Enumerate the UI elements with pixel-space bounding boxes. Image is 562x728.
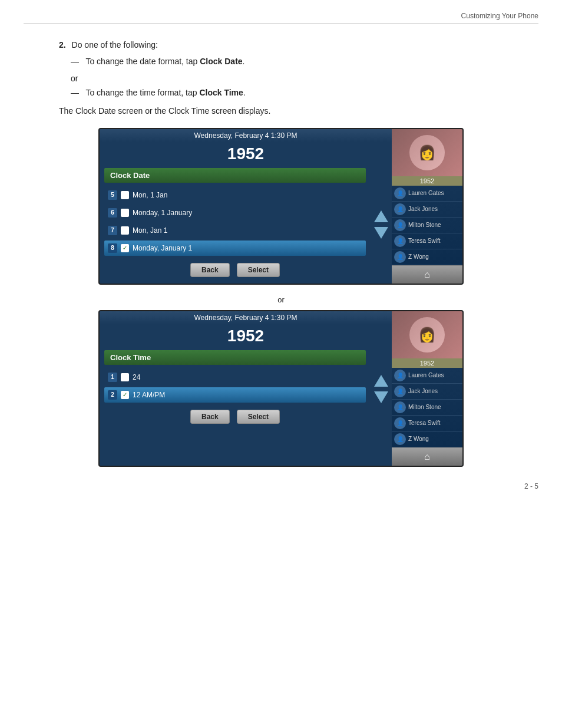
avatar-2: 👩: [409, 317, 445, 353]
contact-1-3[interactable]: 👤 Teresa Swift: [392, 233, 462, 249]
ext-label-1: 1952: [392, 176, 462, 186]
item-label-1-3: Monday, January 1: [133, 244, 192, 252]
page-footer: 2 - 5: [24, 479, 538, 490]
item-num-1-2: 7: [108, 226, 117, 235]
item-num-1-1: 6: [108, 208, 117, 218]
menu-item-2-1[interactable]: 2 ✓ 12 AM/PM: [104, 387, 366, 403]
item-num-1-0: 5: [108, 190, 117, 200]
arrow-up-2[interactable]: [374, 375, 388, 387]
contact-icon-2-4: 👤: [394, 433, 406, 445]
or-text-1: or: [71, 72, 538, 85]
option1-dash: —: [71, 57, 79, 66]
contact-1-4[interactable]: 👤 Z Wong: [392, 249, 462, 265]
arrow-up-1[interactable]: [374, 210, 388, 222]
back-button-1[interactable]: Back: [190, 263, 230, 277]
screen-title-1: Clock Date: [104, 168, 366, 183]
checkbox-checked-2-1[interactable]: ✓: [121, 391, 129, 399]
checkbox-1-2[interactable]: [121, 226, 129, 235]
contact-2-0[interactable]: 👤 Lauren Gates: [392, 368, 462, 384]
contact-icon-1-2: 👤: [394, 219, 406, 231]
instructions: 2. Do one of the following: — To change …: [59, 38, 538, 117]
option1-period: .: [243, 57, 245, 66]
menu-item-1-0[interactable]: 5 Mon, 1 Jan: [104, 187, 366, 203]
screen-content-2: Clock Time 1 24 2 ✓ 12 AM/PM Back Se: [100, 350, 392, 429]
contact-name-1-4: Z Wong: [408, 253, 460, 260]
avatar-1: 👩: [409, 135, 445, 170]
arrow-down-2[interactable]: [374, 391, 388, 403]
contact-1-1[interactable]: 👤 Jack Jones: [392, 202, 462, 218]
item-label-1-0: Mon, 1 Jan: [133, 191, 167, 199]
contact-2-3[interactable]: 👤 Teresa Swift: [392, 416, 462, 431]
contact-icon-2-2: 👤: [394, 401, 406, 413]
result-text: The Clock Date screen or the Clock Time …: [59, 104, 538, 117]
user-photo-1: 👩: [392, 129, 462, 176]
item-label-2-1: 12 AM/PM: [133, 391, 165, 399]
option2-period: .: [243, 88, 246, 97]
bottom-buttons-1: Back Select: [100, 258, 371, 282]
contact-name-1-0: Lauren Gates: [408, 190, 460, 196]
option1-text: To change the date format, tap: [85, 57, 200, 66]
contact-icon-1-1: 👤: [394, 203, 406, 215]
nav-arrows-1: [371, 168, 392, 282]
contact-icon-2-0: 👤: [394, 370, 406, 381]
menu-items-1: 5 Mon, 1 Jan 6 Monday, 1 January 7 Mon, …: [100, 187, 371, 258]
menu-item-1-2[interactable]: 7 Mon, Jan 1: [104, 223, 366, 238]
home-button-2[interactable]: ⌂: [392, 447, 462, 466]
checkbox-2-0[interactable]: [121, 373, 129, 381]
contact-2-4[interactable]: 👤 Z Wong: [392, 431, 462, 447]
item-label-2-0: 24: [133, 373, 140, 381]
item-num-2-1: 2: [108, 390, 117, 400]
ext-label-2: 1952: [392, 358, 462, 368]
phone-main-2: Wednesday, February 4 1:30 PM 1952 Clock…: [100, 311, 392, 466]
year-display-2: 1952: [100, 324, 392, 350]
main-content-1: Clock Date 5 Mon, 1 Jan 6 Monday, 1 Janu…: [100, 168, 371, 282]
select-button-1[interactable]: Select: [237, 263, 280, 277]
status-bar-text-2: Wednesday, February 4 1:30 PM: [194, 314, 297, 322]
sidebar-1: 👩 1952 👤 Lauren Gates 👤 Jack Jones 👤 Mil…: [392, 129, 462, 284]
contact-icon-1-3: 👤: [394, 235, 406, 247]
checkbox-1-1[interactable]: [121, 209, 129, 217]
contact-1-0[interactable]: 👤 Lauren Gates: [392, 186, 462, 202]
item-num-2-0: 1: [108, 373, 117, 382]
checkbox-1-0[interactable]: [121, 191, 129, 199]
clock-date-screen: Wednesday, February 4 1:30 PM 1952 Clock…: [98, 128, 464, 285]
contact-icon-1-4: 👤: [394, 251, 406, 263]
contact-name-1-2: Milton Stone: [408, 222, 460, 228]
or-divider: or: [24, 295, 538, 304]
clock-time-screen: Wednesday, February 4 1:30 PM 1952 Clock…: [98, 310, 464, 467]
select-button-2[interactable]: Select: [237, 410, 280, 424]
checkbox-checked-1-3[interactable]: ✓: [121, 244, 129, 252]
user-photo-2: 👩: [392, 311, 462, 358]
contact-1-2[interactable]: 👤 Milton Stone: [392, 218, 462, 233]
year-display-1: 1952: [100, 142, 392, 168]
page-number: 2 - 5: [524, 482, 538, 490]
contact-icon-1-0: 👤: [394, 187, 406, 199]
chapter-title: Customizing Your Phone: [461, 12, 538, 20]
page-header: Customizing Your Phone: [24, 12, 538, 24]
menu-items-2: 1 24 2 ✓ 12 AM/PM: [100, 370, 371, 405]
main-content-2: Clock Time 1 24 2 ✓ 12 AM/PM Back Se: [100, 350, 371, 429]
contact-name-2-1: Jack Jones: [408, 388, 460, 394]
option1-bold: Clock Date: [200, 57, 242, 66]
arrow-down-1[interactable]: [374, 227, 388, 239]
menu-item-1-3[interactable]: 8 ✓ Monday, January 1: [104, 241, 366, 256]
contact-name-1-3: Teresa Swift: [408, 238, 460, 244]
home-button-1[interactable]: ⌂: [392, 265, 462, 284]
status-bar-2: Wednesday, February 4 1:30 PM: [100, 311, 392, 324]
screen-content-1: Clock Date 5 Mon, 1 Jan 6 Monday, 1 Janu…: [100, 168, 392, 282]
back-button-2[interactable]: Back: [190, 410, 230, 424]
item-num-1-3: 8: [108, 243, 117, 253]
contact-2-1[interactable]: 👤 Jack Jones: [392, 384, 462, 400]
contact-icon-2-3: 👤: [394, 417, 406, 429]
contact-2-2[interactable]: 👤 Milton Stone: [392, 400, 462, 416]
nav-arrows-2: [371, 350, 392, 429]
phone-main-1: Wednesday, February 4 1:30 PM 1952 Clock…: [100, 129, 392, 284]
menu-item-2-0[interactable]: 1 24: [104, 370, 366, 385]
sidebar-2: 👩 1952 👤 Lauren Gates 👤 Jack Jones 👤 Mil…: [392, 311, 462, 466]
screen-title-2: Clock Time: [104, 350, 366, 365]
option2-bold: Clock Time: [199, 88, 243, 97]
menu-item-1-1[interactable]: 6 Monday, 1 January: [104, 205, 366, 220]
contact-name-1-1: Jack Jones: [408, 206, 460, 212]
contact-icon-2-1: 👤: [394, 386, 406, 397]
item-label-1-1: Monday, 1 January: [133, 209, 192, 217]
